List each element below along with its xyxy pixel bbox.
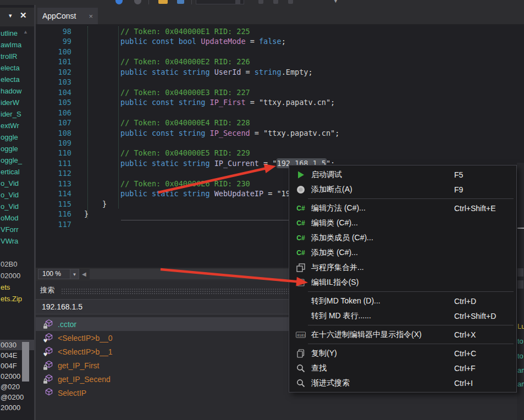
menu-item[interactable]: 编辑IL指令(S): [289, 275, 516, 290]
zoom-level-combo[interactable]: 100 %: [38, 269, 70, 279]
toolbar-separator: [148, 0, 149, 4]
menu-separator: [308, 198, 514, 199]
right-panel-control: [517, 268, 523, 277]
code-text: // Token: 0x040000E5 RID: 229: [120, 148, 250, 158]
search-icon: [294, 363, 307, 373]
menu-item-label: 查找: [311, 363, 327, 373]
menu-item-label: 添加断点(A): [311, 185, 352, 195]
menu-item[interactable]: 0101在十六进制编辑器中显示指令(X)Ctrl+X: [289, 327, 516, 342]
code-text: // Token: 0x040000E6 RID: 230: [120, 179, 250, 189]
tree-item[interactable]: [0, 247, 34, 258]
menu-item[interactable]: 转到MD Token (D)...Ctrl+D: [289, 294, 516, 308]
tree-item[interactable]: VWra: [0, 235, 34, 247]
tab-appconst[interactable]: AppConst ×: [37, 8, 98, 24]
tab-close-icon[interactable]: ×: [89, 12, 93, 20]
csharp-icon: C#: [294, 219, 307, 227]
tree-item[interactable]: o_Vid: [0, 189, 34, 201]
back-icon[interactable]: [115, 0, 123, 4]
forward-icon[interactable]: [134, 0, 141, 4]
line-number: 103: [36, 77, 71, 87]
tree-item[interactable]: oggle: [0, 143, 34, 154]
list-item[interactable]: @0200: [0, 392, 34, 402]
right-panel-edge: Lutotoamam: [517, 163, 524, 420]
save-icon[interactable]: [177, 0, 184, 4]
clipped-text-fragment: am: [517, 380, 524, 388]
tree-item[interactable]: hadow: [0, 85, 34, 97]
tree-item[interactable]: iderW: [0, 97, 34, 108]
line-number: 105: [36, 97, 71, 108]
tree-item[interactable]: ider_S: [0, 108, 34, 120]
menu-item[interactable]: C#编辑方法 (C#)...Ctrl+Shift+E: [289, 201, 516, 215]
menu-item-shortcut: Ctrl+I: [454, 379, 473, 388]
scroll-up-icon[interactable]: ▲: [23, 29, 28, 35]
menu-item-shortcut: Ctrl+C: [454, 349, 476, 358]
zoom-dropdown-icon[interactable]: ▼: [70, 269, 79, 279]
menu-item[interactable]: 与程序集合并...: [289, 260, 516, 275]
menu-item[interactable]: 复制(Y)Ctrl+C: [289, 346, 516, 361]
line-number: 114: [36, 189, 71, 199]
tree-item[interactable]: ertical: [0, 166, 34, 178]
code-text: // Token: 0x040000E3 RID: 227: [120, 87, 250, 98]
search-result-name: get_IP_Secend: [58, 375, 111, 384]
menu-item-label: 转到MD Token (D)...: [311, 296, 380, 306]
menu-item[interactable]: 启动调试F5: [289, 167, 516, 182]
indent-guide: [118, 26, 119, 208]
menu-item-label: 复制(Y): [311, 349, 337, 358]
menu-item[interactable]: 添加断点(A)F9: [289, 182, 516, 197]
menu-item-shortcut: Ctrl+D: [454, 297, 476, 306]
tree-item[interactable]: utline: [0, 27, 34, 39]
chevron-down-icon[interactable]: ▾: [9, 12, 12, 19]
toolbar-faint-icon[interactable]: [288, 0, 293, 4]
menu-item[interactable]: C#添加类 (C#)...: [289, 245, 516, 260]
context-menu: 启动调试F5添加断点(A)F9C#编辑方法 (C#)...Ctrl+Shift+…: [289, 165, 517, 393]
tree-item[interactable]: o_Vid: [0, 178, 34, 189]
tree-item[interactable]: o_Vid: [0, 201, 34, 212]
method-cube-icon-lock: [43, 319, 53, 329]
tree-item[interactable]: VForr: [0, 224, 34, 235]
menu-item[interactable]: 渐进式搜索Ctrl+I: [289, 375, 516, 390]
list-item[interactable]: 20000: [0, 402, 34, 413]
code-text: // Token: 0x040000E1 RID: 225: [120, 26, 250, 37]
menu-item-shortcut: Ctrl+Shift+E: [454, 204, 495, 213]
menu-item[interactable]: 转到 MD 表行......Ctrl+Shift+D: [289, 308, 516, 323]
line-number: 111: [36, 158, 71, 169]
tree-item[interactable]: extWr: [0, 120, 34, 131]
method-cube-icon-lock: [43, 361, 53, 371]
menu-item[interactable]: C#编辑类 (C#)...: [289, 215, 516, 230]
tree-item[interactable]: electa: [0, 62, 34, 74]
scroll-left-icon[interactable]: ◀: [82, 271, 86, 277]
tree-item[interactable]: electa: [0, 74, 34, 85]
tree-item[interactable]: ets: [0, 281, 34, 293]
toolbar-faint-icon[interactable]: [258, 0, 263, 4]
line-number: 116: [36, 209, 71, 219]
menu-item-label: 编辑方法 (C#)...: [311, 203, 366, 213]
open-folder-icon[interactable]: [158, 0, 168, 4]
line-number: 107: [36, 118, 71, 128]
search-result-name: .cctor: [58, 320, 76, 329]
search-panel-title: 搜索: [40, 285, 54, 295]
menu-item-shortcut: F9: [454, 185, 463, 194]
tree-item[interactable]: oggle: [0, 131, 34, 143]
tree-item[interactable]: awIma: [0, 39, 34, 51]
menu-item-label: 添加类成员 (C#)...: [311, 233, 373, 243]
assembly-tree-list: utlineawImatrollRelectaelectahadowiderWi…: [0, 27, 34, 305]
menu-item-label: 编辑IL指令(S): [311, 278, 358, 288]
tree-item[interactable]: ets.Zip: [0, 293, 34, 305]
menu-item-label: 添加类 (C#)...: [311, 248, 358, 258]
line-number: 106: [36, 108, 71, 118]
menu-item[interactable]: C#添加类成员 (C#)...: [289, 230, 516, 245]
sidebar-scrollbar-thumb[interactable]: [22, 342, 29, 382]
tree-item[interactable]: trollR: [0, 51, 34, 62]
close-icon[interactable]: ✕: [20, 10, 27, 20]
line-number: 110: [36, 148, 71, 158]
combobox-thumb[interactable]: [235, 0, 240, 4]
toolbar-separator: [191, 0, 192, 4]
overflow-chevron-icon[interactable]: ▼: [333, 0, 338, 4]
tree-item[interactable]: 02000: [0, 270, 34, 281]
list-item[interactable]: @020: [0, 382, 34, 392]
menu-item[interactable]: 查找Ctrl+F: [289, 361, 516, 375]
tree-item[interactable]: 02B0: [0, 258, 34, 270]
tree-item[interactable]: oggle_: [0, 154, 34, 166]
toolbar-faint-icon[interactable]: [273, 0, 278, 4]
tree-item[interactable]: oMod: [0, 212, 34, 224]
